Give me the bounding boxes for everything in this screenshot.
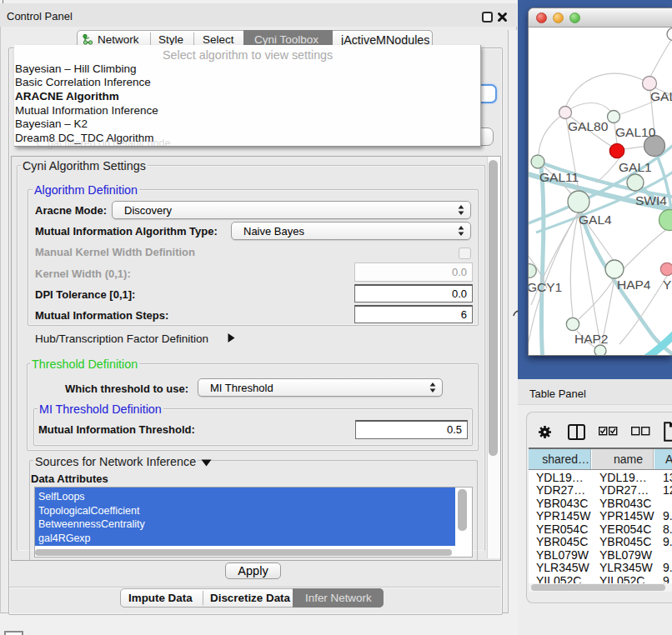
svg-text:SWI4: SWI4	[635, 193, 667, 208]
svg-text:HAP4: HAP4	[617, 278, 651, 292]
svg-text:GAL80: GAL80	[568, 119, 609, 133]
svg-text:GAL4: GAL4	[579, 212, 612, 227]
svg-text:HAP2: HAP2	[574, 332, 609, 346]
svg-text:Y: Y	[663, 278, 671, 292]
svg-text:GAL: GAL	[650, 89, 672, 103]
svg-text:GAL10: GAL10	[615, 125, 656, 139]
svg-text:GCY1: GCY1	[529, 280, 562, 294]
svg-text:GAL1: GAL1	[619, 160, 652, 174]
svg-text:GAL11: GAL11	[539, 170, 579, 184]
